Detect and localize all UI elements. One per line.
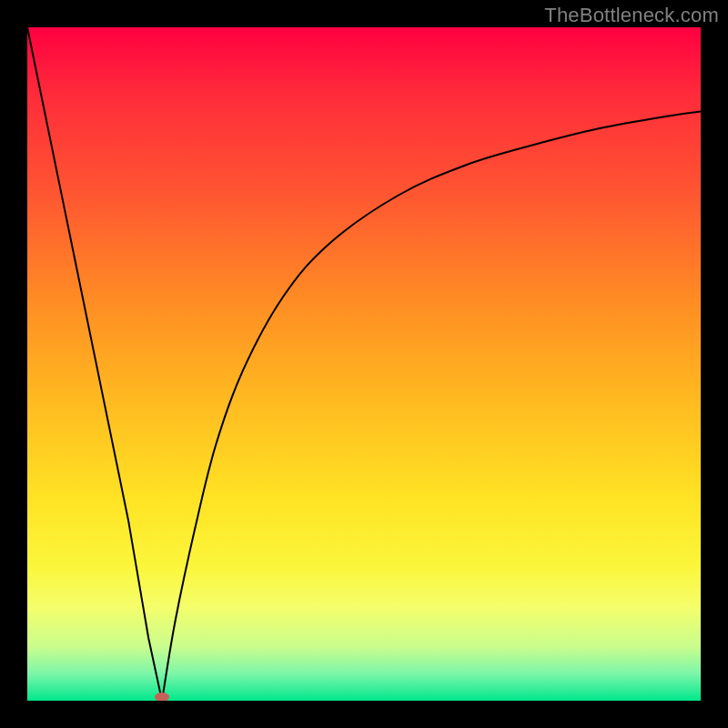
plot-area (27, 27, 701, 701)
watermark-text: TheBottleneck.com (544, 4, 719, 27)
curve-right-rise (162, 112, 701, 702)
chart-frame: TheBottleneck.com (0, 0, 728, 728)
curve-left-descent (27, 27, 162, 701)
notch-marker (155, 693, 169, 701)
bottleneck-curve (27, 27, 701, 701)
